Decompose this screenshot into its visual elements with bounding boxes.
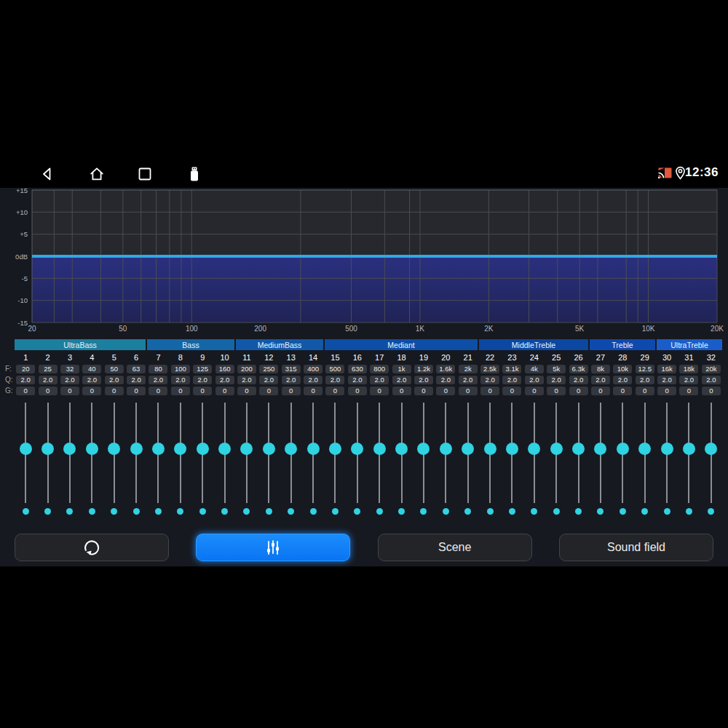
reset-button[interactable] [15,534,169,561]
slider-dot[interactable] [708,508,714,515]
gain-value[interactable]: 0 [436,387,455,395]
slider-knob[interactable] [218,443,231,455]
slider-dot[interactable] [199,508,206,515]
gain-value[interactable]: 0 [547,387,566,395]
q-value[interactable]: 2.0 [502,376,521,384]
gain-value[interactable]: 0 [149,387,167,395]
gain-value[interactable]: 0 [237,387,256,395]
slider-dot[interactable] [66,508,73,515]
usb-icon[interactable] [186,165,203,183]
slider-dot[interactable] [398,508,405,515]
q-value[interactable]: 2.0 [679,376,698,384]
slider-knob[interactable] [705,443,717,455]
band-group-ultratreble[interactable]: UltraTreble [657,339,722,350]
gain-value[interactable]: 0 [525,387,544,395]
gain-value[interactable]: 0 [304,387,323,395]
gain-value[interactable]: 0 [171,387,190,395]
gain-value[interactable]: 0 [325,387,344,395]
slider-dot[interactable] [509,508,515,515]
frequency-value[interactable]: 160 [215,365,234,373]
q-value[interactable]: 2.0 [127,376,146,384]
slider-knob[interactable] [351,443,363,455]
slider-knob[interactable] [174,443,186,455]
frequency-value[interactable]: 50 [105,365,124,373]
slider-knob[interactable] [661,443,673,455]
frequency-value[interactable]: 25 [39,365,58,373]
gain-value[interactable]: 0 [636,387,654,395]
gain-value[interactable]: 0 [348,387,367,395]
slider-knob[interactable] [440,443,452,455]
slider-knob[interactable] [528,443,540,455]
gain-value[interactable]: 0 [16,387,35,395]
slider-knob[interactable] [63,443,76,455]
slider-knob[interactable] [594,443,606,455]
slider-dot[interactable] [177,508,183,515]
q-value[interactable]: 2.0 [16,376,35,384]
q-value[interactable]: 2.0 [105,376,124,384]
frequency-value[interactable]: 8k [591,365,610,373]
band-group-ultrabass[interactable]: UltraBass [15,339,146,350]
q-value[interactable]: 2.0 [193,376,212,384]
q-value[interactable]: 2.0 [436,376,455,384]
slider-knob[interactable] [263,443,275,455]
slider-dot[interactable] [443,508,449,515]
slider-dot[interactable] [664,508,670,515]
q-value[interactable]: 2.0 [82,376,101,384]
slider-knob[interactable] [417,443,430,455]
slider-dot[interactable] [620,508,626,515]
frequency-value[interactable]: 40 [82,365,101,373]
q-value[interactable]: 2.0 [613,376,632,384]
slider-knob[interactable] [329,443,341,455]
gain-value[interactable]: 0 [259,387,278,395]
slider-dot[interactable] [288,508,294,515]
q-value[interactable]: 2.0 [702,376,721,384]
slider-knob[interactable] [373,443,386,455]
slider-knob[interactable] [683,443,695,455]
q-value[interactable]: 2.0 [39,376,58,384]
slider-knob[interactable] [307,443,320,455]
q-value[interactable]: 2.0 [304,376,323,384]
gain-value[interactable]: 0 [502,387,521,395]
slider-dot[interactable] [310,508,317,515]
slider-dot[interactable] [575,508,582,515]
slider-dot[interactable] [641,508,648,515]
q-value[interactable]: 2.0 [237,376,256,384]
slider-dot[interactable] [243,508,250,515]
gain-value[interactable]: 0 [39,387,58,395]
slider-dot[interactable] [89,508,95,515]
slider-dot[interactable] [155,508,162,515]
frequency-value[interactable]: 6.3k [569,365,588,373]
q-value[interactable]: 2.0 [547,376,566,384]
gain-value[interactable]: 0 [392,387,411,395]
slider-knob[interactable] [462,443,474,455]
slider-dot[interactable] [221,508,228,515]
slider-knob[interactable] [395,443,408,455]
slider-dot[interactable] [531,508,537,515]
slider-dot[interactable] [376,508,383,515]
back-icon[interactable] [39,165,56,183]
q-value[interactable]: 2.0 [459,376,478,384]
equalizer-button[interactable] [196,534,350,561]
q-value[interactable]: 2.0 [171,376,190,384]
slider-dot[interactable] [354,508,360,515]
frequency-value[interactable]: 250 [259,365,278,373]
frequency-value[interactable]: 20 [16,365,35,373]
slider-dot[interactable] [487,508,494,515]
slider-knob[interactable] [152,443,165,455]
frequency-value[interactable]: 630 [348,365,367,373]
q-value[interactable]: 2.0 [325,376,344,384]
gain-value[interactable]: 0 [613,387,632,395]
frequency-value[interactable]: 1.2k [414,365,433,373]
q-value[interactable]: 2.0 [60,376,79,384]
slider-dot[interactable] [44,508,51,515]
frequency-value[interactable]: 12.5 [636,365,654,373]
q-value[interactable]: 2.0 [525,376,544,384]
gain-value[interactable]: 0 [370,387,389,395]
slider-knob[interactable] [506,443,518,455]
gain-value[interactable]: 0 [105,387,124,395]
gain-value[interactable]: 0 [591,387,610,395]
frequency-value[interactable]: 3.1k [502,365,521,373]
frequency-value[interactable]: 63 [127,365,146,373]
frequency-value[interactable]: 200 [237,365,256,373]
q-value[interactable]: 2.0 [636,376,654,384]
